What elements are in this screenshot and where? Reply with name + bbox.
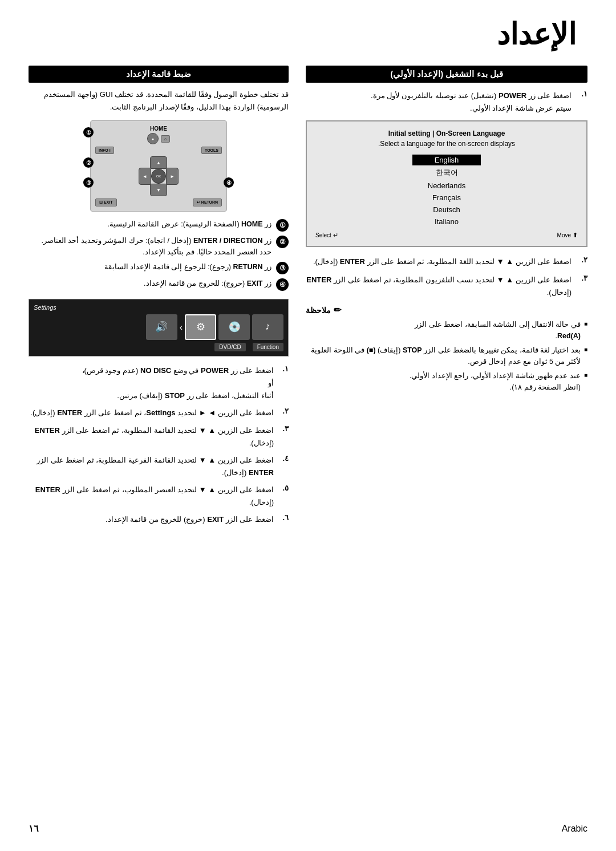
instruction-3: ٣. اضغط على الزرين ▲ ▼ لتحديد القائمة ال…: [29, 424, 289, 449]
note-text-2: بعد اختيار لغة قائمة، يمكن تغييرها بالضغ…: [306, 345, 581, 367]
settings-icon-speaker[interactable]: 🔊: [146, 314, 177, 340]
settings-screenshot: Settings ♪ 💿 ⚙ › 🔊: [29, 299, 289, 356]
note-header: ✏ ملاحظة: [306, 305, 587, 315]
lang-option-italian[interactable]: Italiano: [412, 216, 481, 227]
lang-footer-move: ⬆ Move: [557, 232, 578, 239]
note-bullet-1: ■: [584, 321, 587, 327]
note-item-1: ■ في حالة الانتقال إلى الشاشة السابقة، ا…: [306, 319, 587, 342]
instr-num-5: ٥.: [277, 484, 289, 492]
move-icon: ⬆: [573, 232, 578, 239]
right-column: قبل بدء التشغيل (الإعداد الأولي) ١. اضغط…: [306, 66, 587, 532]
note-title: ملاحظة: [306, 306, 331, 315]
btn-num-2: ②: [276, 236, 289, 248]
instr-text-2: اضغط على الزرين ◄ ► لتحديد Settings، ثم …: [30, 407, 274, 419]
step-text-1: اضغط على زر POWER (تشغيل) عند توصيله بال…: [371, 90, 572, 115]
home-label: HOME: [95, 125, 222, 132]
btn-text-2: زر ENTER / DIRECTION (إدخال / اتجاه): حر…: [29, 235, 271, 258]
instr-num-2: ٢.: [277, 407, 289, 415]
up-btn[interactable]: ▲: [150, 156, 167, 169]
settings-icon-disc[interactable]: 💿: [218, 314, 250, 340]
instruction-2: ٢. اضغط على الزرين ◄ ► لتحديد Settings، …: [29, 407, 289, 419]
setup-step-2: ٢. اضغط على الزرين ▲ ▼ لتحديد اللغة المط…: [306, 256, 587, 268]
gear-icon: ⚙: [196, 321, 205, 333]
down-btn[interactable]: ▼: [150, 184, 167, 196]
language-footer: ⬆ Move ↵ Select: [315, 232, 578, 239]
speaker-icon: 🔊: [155, 321, 168, 333]
instr-num-6: ٦.: [277, 513, 289, 522]
left-btn[interactable]: ◄: [139, 168, 151, 185]
instr-num-4: ٤.: [277, 454, 289, 463]
home-btn[interactable]: ⌂: [161, 135, 170, 143]
disc-icon: 💿: [228, 321, 241, 333]
instr-text-1: اضغط على زر POWER في وضع NO DISC (عدم وج…: [82, 364, 274, 402]
settings-label: Settings: [34, 304, 283, 311]
btn-desc-2: ② زر ENTER / DIRECTION (إدخال / اتجاه): …: [29, 235, 289, 258]
intro-text: قد تختلف خطوة الوصول وفقًا للقائمة المحد…: [29, 88, 289, 114]
tools-info-row: TOOLS INFO i: [95, 147, 222, 154]
lang-option-dutch[interactable]: Nederlands: [412, 180, 481, 191]
enter-btn[interactable]: OK: [151, 169, 166, 184]
step-num-3: ٣.: [575, 274, 587, 282]
note-text-3: عند عدم ظهور شاشة الإعداد الأولي، راجع ا…: [410, 370, 581, 393]
setup-step-3: ٣. اضغط على الزرين ▲ ▼ لتحديد نسب التلفز…: [306, 274, 587, 299]
language-select-box: Initial setting | On-Screen Language Sel…: [306, 120, 587, 247]
language-options: English 한국어 Nederlands Français Deutsch …: [315, 155, 578, 227]
instruction-1: ١. اضغط على زر POWER في وضع NO DISC (عدم…: [29, 364, 289, 402]
move-label: Move: [557, 232, 571, 238]
note-pencil-icon: ✏: [334, 305, 341, 315]
setup-step-1: ١. اضغط على زر POWER (تشغيل) عند توصيله …: [306, 90, 587, 115]
remote-top-row: ⌂ ●: [95, 133, 222, 144]
btn-desc-1: ① زر HOME (الصفحة الرئيسية): عرض القائمة…: [29, 218, 289, 232]
lang-box-header: Initial setting | On-Screen Language Sel…: [315, 128, 578, 149]
lang-option-english[interactable]: English: [412, 155, 481, 165]
info-btn[interactable]: INFO i: [95, 147, 114, 154]
remote-diagram: ① ② ③ ④ HOME ⌂ ● TOOLS INFO i: [90, 120, 227, 212]
settings-icon-music[interactable]: ♪: [252, 314, 283, 340]
settings-footer: Function DVD/CD: [34, 343, 283, 351]
settings-arrow-right[interactable]: ›: [180, 322, 183, 333]
exit-btn[interactable]: EXIT ⊡: [95, 198, 117, 206]
setup-steps: ١. اضغط على زر POWER (تشغيل) عند توصيله …: [306, 90, 587, 299]
instruction-list: ١. اضغط على زر POWER في وضع NO DISC (عدم…: [29, 364, 289, 526]
instruction-4: ٤. اضغط على الزرين ▲ ▼ لتحديد القائمة ال…: [29, 454, 289, 479]
instr-text-3: اضغط على الزرين ▲ ▼ لتحديد القائمة المطل…: [29, 424, 274, 449]
btn-text-4: زر EXIT (خروج): للخروج من قائمة الإعداد.: [29, 278, 271, 289]
step-text-3: اضغط على الزرين ▲ ▼ لتحديد نسب التلفزيون…: [306, 274, 572, 299]
lang-option-korean[interactable]: 한국어: [412, 167, 481, 179]
left-column: ضبط قائمة الإعداد قد تختلف خطوة الوصول و…: [29, 66, 289, 532]
footer-page-number: ١٦: [29, 823, 39, 834]
btn-desc-4: ④ زر EXIT (خروج): للخروج من قائمة الإعدا…: [29, 278, 289, 291]
music-icon: ♪: [265, 321, 270, 333]
lang-option-german[interactable]: Deutsch: [412, 204, 481, 215]
lang-footer-select: ↵ Select: [315, 232, 338, 239]
right-btn[interactable]: ►: [166, 168, 179, 185]
select-icon: ↵: [333, 232, 338, 239]
settings-icon-gear[interactable]: ⚙: [185, 314, 216, 340]
instr-text-6: اضغط على الزر EXIT (خروج) للخروج من قائم…: [106, 513, 274, 526]
step-num-2: ٢.: [575, 256, 587, 264]
dvd-cd-btn[interactable]: DVD/CD: [214, 343, 245, 351]
left-section-header: ضبط قائمة الإعداد: [29, 66, 289, 83]
lang-option-french[interactable]: Français: [412, 192, 481, 203]
note-item-2: ■ بعد اختيار لغة قائمة، يمكن تغييرها بال…: [306, 345, 587, 367]
note-section: ✏ ملاحظة ■ في حالة الانتقال إلى الشاشة ا…: [306, 305, 587, 393]
select-label: Select: [315, 232, 331, 238]
btn-text-1: زر HOME (الصفحة الرئيسية): عرض القائمة ا…: [29, 218, 271, 230]
tools-btn[interactable]: TOOLS: [201, 147, 222, 154]
content-area: ضبط قائمة الإعداد قد تختلف خطوة الوصول و…: [29, 66, 587, 532]
note-text-1: في حالة الانتقال إلى الشاشة السابقة، اضغ…: [415, 319, 581, 342]
instr-num-1: ١.: [277, 364, 289, 373]
footer-language: Arabic: [562, 824, 587, 834]
btn-num-4: ④: [276, 278, 289, 291]
return-exit-row: RETURN ↩ EXIT ⊡: [95, 198, 222, 206]
instr-text-5: اضغط على الزرين ▲ ▼ لتحديد العنصر المطلو…: [29, 484, 274, 509]
note-bullet-3: ■: [584, 372, 587, 378]
btn-num-3: ③: [276, 262, 289, 274]
return-btn[interactable]: RETURN ↩: [193, 198, 222, 206]
function-btn[interactable]: Function: [253, 343, 283, 351]
note-item-3: ■ عند عدم ظهور شاشة الإعداد الأولي، راجع…: [306, 370, 587, 393]
step-text-2: اضغط على الزرين ▲ ▼ لتحديد اللغة المطلوب…: [313, 256, 572, 268]
instruction-5: ٥. اضغط على الزرين ▲ ▼ لتحديد العنصر الم…: [29, 484, 289, 509]
direction-pad: ▲ ▼ ◄ ► OK: [139, 156, 179, 196]
dot-btn: ●: [147, 133, 159, 144]
